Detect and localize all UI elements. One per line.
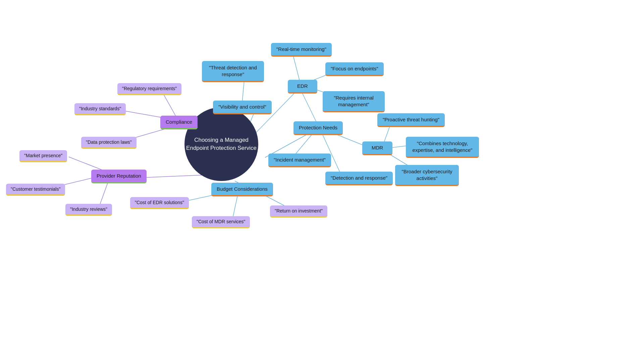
protection-needs-node[interactable]: Protection Needs — [293, 121, 343, 135]
req-internal-node[interactable]: "Requires internal management" — [323, 91, 385, 112]
proactive-node[interactable]: "Proactive threat hunting" — [377, 113, 445, 127]
edr-node[interactable]: EDR — [288, 80, 317, 94]
industry-standards-node[interactable]: "Industry standards" — [74, 103, 126, 115]
threat-detection-node[interactable]: "Threat detection and response" — [202, 61, 264, 82]
data-protection-node[interactable]: "Data protection laws" — [81, 137, 137, 149]
customer-testimonials-node[interactable]: "Customer testimonials" — [6, 184, 65, 196]
incident-node[interactable]: "Incident management" — [268, 154, 331, 167]
budget-node[interactable]: Budget Considerations — [211, 183, 273, 196]
roi-node[interactable]: "Return on investment" — [270, 205, 327, 218]
svg-line-10 — [99, 179, 109, 207]
detection-response-node[interactable]: "Detection and response" — [325, 172, 393, 185]
market-presence-node[interactable]: "Market presence" — [19, 150, 67, 162]
mdr-node[interactable]: MDR — [362, 141, 392, 155]
focus-endpoints-node[interactable]: "Focus on endpoints" — [325, 62, 384, 76]
compliance-node[interactable]: Compliance — [160, 116, 198, 129]
svg-line-16 — [294, 132, 314, 155]
provider-reputation-node[interactable]: Provider Reputation — [91, 170, 147, 183]
realtime-node[interactable]: "Real-time monitoring" — [271, 43, 332, 57]
cost-mdr-node[interactable]: "Cost of MDR services" — [192, 216, 250, 228]
broader-node[interactable]: "Broader cybersecurity activities" — [395, 165, 459, 186]
combines-node[interactable]: "Combines technology, expertise, and int… — [406, 137, 479, 158]
cost-edr-node[interactable]: "Cost of EDR solutions" — [130, 197, 189, 209]
industry-reviews-node[interactable]: "Industry reviews" — [65, 204, 112, 216]
visibility-node[interactable]: "Visibility and control" — [213, 101, 272, 114]
regulatory-node[interactable]: "Regulatory requirements" — [117, 83, 181, 95]
